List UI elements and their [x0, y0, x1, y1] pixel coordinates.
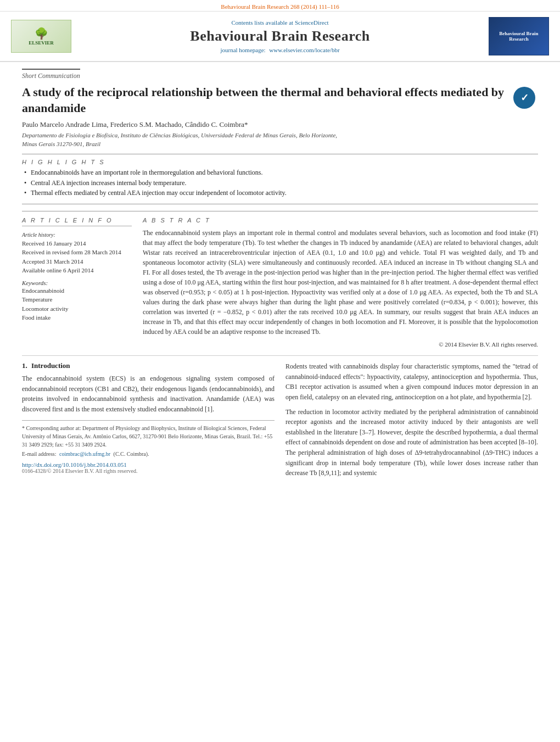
abstract-column: A B S T R A C T The endocannabinoid syst…: [143, 217, 538, 349]
homepage-line: journal homepage: www.elsevier.com/locat…: [82, 47, 478, 53]
journal-cover-area: Behavioural Brain Research: [478, 17, 549, 55]
journal-cover-text: Behavioural Brain Research: [491, 31, 546, 42]
journal-title: Behavioural Brain Research: [82, 28, 478, 44]
authors-text: Paulo Marcelo Andrade Lima, Frederico S.…: [22, 120, 248, 129]
section-title: Introduction: [31, 361, 70, 370]
abstract-title: A B S T R A C T: [143, 217, 538, 224]
intro-paragraph-right-2: The reduction in locomotor activity medi…: [285, 407, 538, 478]
journal-title-area: Contents lists available at ScienceDirec…: [82, 19, 478, 53]
authors-line: Paulo Marcelo Andrade Lima, Frederico S.…: [22, 120, 538, 129]
email-line: E-mail address: coimbrac@icb.ufmg.br (C.…: [22, 450, 275, 458]
journal-cover-image: Behavioural Brain Research: [489, 17, 549, 55]
article-history: Article history: Received 16 January 201…: [22, 231, 132, 275]
keyword-3: Locomotor activity: [22, 304, 132, 314]
elsevier-logo: 🌳 ELSEVIER: [11, 20, 71, 53]
article-type-label: Short Communication: [22, 69, 80, 80]
section-divider: [22, 355, 538, 356]
keyword-1: Endocannabinoid: [22, 286, 132, 295]
highlight-item-1: Endocannabinoids have an important role …: [22, 169, 538, 177]
elsevier-logo-area: 🌳 ELSEVIER: [11, 20, 82, 53]
accepted-date: Accepted 31 March 2014: [22, 257, 132, 266]
body-left-column: 1. Introduction The endocannabinoid syst…: [22, 361, 275, 483]
homepage-text: journal homepage:: [220, 47, 265, 53]
email-address[interactable]: coimbrac@icb.ufmg.br: [59, 451, 110, 457]
available-date: Available online 6 April 2014: [22, 266, 132, 275]
affiliation-line2: Minas Gerais 31270-901, Brazil: [22, 141, 100, 147]
received-date: Received 16 January 2014: [22, 239, 132, 248]
issn-line: 0166-4328/© 2014 Elsevier B.V. All right…: [22, 468, 275, 474]
sciencedirect-link[interactable]: ScienceDirect: [295, 19, 329, 26]
journal-header: 🌳 ELSEVIER Contents lists available at S…: [0, 12, 560, 62]
elsevier-label: ELSEVIER: [29, 40, 54, 46]
email-attribution: (C.C. Coimbra).: [114, 451, 149, 457]
article-info-column: A R T I C L E I N F O Article history: R…: [22, 217, 132, 349]
keyword-4: Food intake: [22, 313, 132, 322]
affiliation-line1: Departamento de Fisiologia e Biofísica, …: [22, 132, 337, 138]
main-content: Short Communication A study of the recip…: [0, 62, 560, 488]
doi-line[interactable]: http://dx.doi.org/10.1016/j.bbr.2014.03.…: [22, 461, 275, 468]
doi-text: http://dx.doi.org/10.1016/j.bbr.2014.03.…: [22, 461, 127, 468]
journal-reference-bar: Behavioural Brain Research 268 (2014) 11…: [0, 0, 560, 12]
keywords-section: Keywords: Endocannabinoid Temperature Lo…: [22, 280, 132, 322]
article-info-title: A R T I C L E I N F O: [22, 217, 132, 226]
intro-paragraph-1: The endocannabinoid system (ECS) is an e…: [22, 373, 275, 414]
abstract-text: The endocannabinoid system plays an impo…: [143, 228, 538, 349]
section-number: 1.: [22, 361, 27, 370]
article-title-row: A study of the reciprocal relationship b…: [22, 85, 538, 116]
affiliation: Departamento de Fisiologia e Biofísica, …: [22, 131, 538, 148]
history-label: Article history:: [22, 231, 132, 239]
intro-heading: 1. Introduction: [22, 361, 275, 370]
issn-text: 0166-4328/© 2014 Elsevier B.V. All right…: [22, 468, 137, 474]
email-label: E-mail address:: [22, 451, 56, 457]
highlight-item-2: Central AEA injection increases internal…: [22, 179, 538, 188]
footnote-section: * Corresponding author at: Department of…: [22, 420, 275, 458]
copyright-line: © 2014 Elsevier B.V. All rights reserved…: [143, 340, 538, 349]
highlights-title: H I G H L I G H T S: [22, 159, 538, 165]
homepage-link[interactable]: www.elsevier.com/locate/bbr: [269, 47, 339, 53]
journal-reference: Behavioural Brain Research 268 (2014) 11…: [221, 3, 339, 10]
corresponding-note: * Corresponding author at: Department of…: [22, 424, 275, 449]
keyword-2: Temperature: [22, 295, 132, 304]
article-title: A study of the reciprocal relationship b…: [22, 85, 505, 116]
info-abstract-section: A R T I C L E I N F O Article history: R…: [22, 211, 538, 349]
crossmark-icon: ✓: [513, 87, 535, 109]
body-section: 1. Introduction The endocannabinoid syst…: [22, 361, 538, 483]
abstract-body: The endocannabinoid system plays an impo…: [143, 229, 538, 336]
revised-date: Received in revised form 28 March 2014: [22, 248, 132, 257]
keywords-label: Keywords:: [22, 280, 132, 286]
contents-text: Contents lists available at: [231, 19, 293, 26]
highlight-item-3: Thermal effects mediated by central AEA …: [22, 189, 538, 198]
sciencedirect-line: Contents lists available at ScienceDirec…: [82, 19, 478, 26]
body-right-column: Rodents treated with cannabinoids displa…: [285, 361, 538, 483]
highlights-section: H I G H L I G H T S Endocannabinoids hav…: [22, 154, 538, 204]
crossmark-area: ✓: [511, 87, 538, 109]
tree-icon: 🌳: [35, 27, 48, 40]
intro-paragraph-right-1: Rodents treated with cannabinoids displa…: [285, 361, 538, 402]
